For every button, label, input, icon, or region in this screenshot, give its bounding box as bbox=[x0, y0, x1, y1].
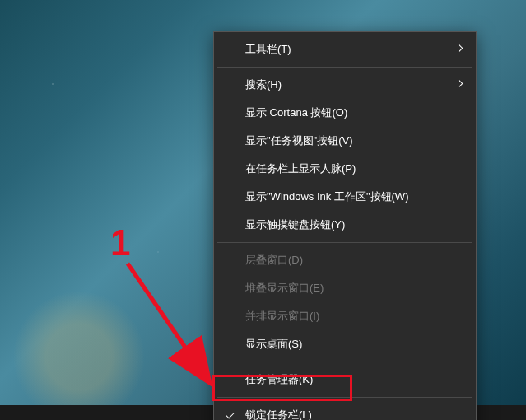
menu-show-task-view-label: 显示"任务视图"按钮(V) bbox=[245, 133, 353, 148]
menu-stack-windows-label: 堆叠显示窗口(E) bbox=[245, 281, 324, 296]
chevron-right-icon bbox=[456, 81, 461, 89]
check-icon bbox=[226, 411, 235, 419]
menu-show-task-view[interactable]: 显示"任务视图"按钮(V) bbox=[216, 127, 474, 155]
menu-separator bbox=[217, 67, 472, 68]
menu-side-by-side-label: 并排显示窗口(I) bbox=[245, 309, 319, 324]
menu-cascade-windows: 层叠窗口(D) bbox=[216, 246, 474, 274]
menu-show-cortana-label: 显示 Cortana 按钮(O) bbox=[245, 105, 347, 120]
menu-separator bbox=[217, 397, 472, 398]
menu-side-by-side: 并排显示窗口(I) bbox=[216, 302, 474, 330]
menu-show-people-label: 在任务栏上显示人脉(P) bbox=[245, 161, 356, 176]
menu-show-desktop-label: 显示桌面(S) bbox=[245, 337, 302, 352]
menu-show-cortana[interactable]: 显示 Cortana 按钮(O) bbox=[216, 99, 474, 127]
menu-show-ink[interactable]: 显示"Windows Ink 工作区"按钮(W) bbox=[216, 183, 474, 211]
menu-toolbars[interactable]: 工具栏(T) bbox=[216, 35, 474, 63]
svg-line-2 bbox=[128, 264, 206, 377]
menu-search[interactable]: 搜索(H) bbox=[216, 71, 474, 99]
menu-task-manager[interactable]: 任务管理器(K) bbox=[216, 366, 474, 394]
menu-show-ink-label: 显示"Windows Ink 工作区"按钮(W) bbox=[245, 189, 408, 204]
menu-task-manager-label: 任务管理器(K) bbox=[245, 372, 313, 387]
menu-show-people[interactable]: 在任务栏上显示人脉(P) bbox=[216, 155, 474, 183]
menu-separator bbox=[217, 242, 472, 243]
annotation-number: 1 bbox=[110, 222, 130, 264]
menu-show-desktop[interactable]: 显示桌面(S) bbox=[216, 330, 474, 358]
taskbar-context-menu: 工具栏(T) 搜索(H) 显示 Cortana 按钮(O) 显示"任务视图"按钮… bbox=[213, 31, 477, 420]
menu-cascade-windows-label: 层叠窗口(D) bbox=[245, 253, 303, 268]
menu-show-touch-keyboard[interactable]: 显示触摸键盘按钮(Y) bbox=[216, 211, 474, 239]
menu-toolbars-label: 工具栏(T) bbox=[245, 42, 291, 57]
menu-lock-taskbar-label: 锁定任务栏(L) bbox=[245, 408, 312, 420]
menu-show-touch-keyboard-label: 显示触摸键盘按钮(Y) bbox=[245, 217, 345, 232]
menu-lock-taskbar[interactable]: 锁定任务栏(L) bbox=[216, 401, 474, 420]
chevron-right-icon bbox=[456, 45, 461, 54]
menu-stack-windows: 堆叠显示窗口(E) bbox=[216, 274, 474, 302]
menu-separator bbox=[217, 362, 472, 362]
menu-search-label: 搜索(H) bbox=[245, 77, 282, 92]
